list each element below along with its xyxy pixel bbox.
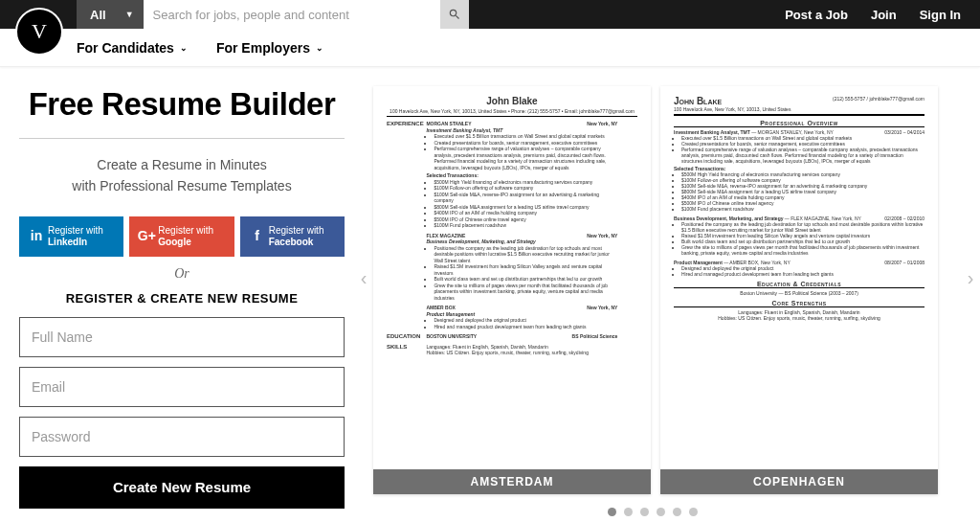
edu-line: Boston University — BS Political Science… bbox=[674, 290, 924, 296]
resume-name: John Blake bbox=[674, 96, 791, 106]
linkedin-l1: Register with bbox=[48, 225, 103, 237]
tagline-2: with Professional Resume Templates bbox=[19, 175, 345, 196]
d: $100M Fund placement roadshow bbox=[681, 206, 924, 212]
b: Performed comprehensive range of valuati… bbox=[434, 146, 617, 170]
main-content: Free Resume Builder Create a Resume in M… bbox=[0, 67, 980, 516]
template-card-copenhagen[interactable]: John Blake 100 Havelock Ave, New York, N… bbox=[660, 86, 938, 494]
r-email: johnblake777@gmail.com bbox=[869, 96, 924, 102]
j0d: 03/2010 – 04/2014 bbox=[884, 129, 924, 135]
template-preview: John Blake 100 Havelock Ave, New York, N… bbox=[373, 86, 651, 469]
category-label: All bbox=[90, 8, 106, 22]
nav-candidates-label: For Candidates bbox=[77, 40, 174, 56]
resume-contact: 100 Havelock Ave, New York, NY, 10013, U… bbox=[387, 108, 637, 117]
chevron-down-icon: ⌄ bbox=[180, 43, 188, 53]
sec-exp-body: MORGAN STANLEYNew York, NY Investment Ba… bbox=[426, 121, 617, 329]
carousel-dot[interactable] bbox=[689, 508, 698, 516]
sec-edu-cred: Education & Credentials bbox=[674, 281, 924, 288]
b: Hired and managed product development te… bbox=[434, 324, 617, 330]
tagline-1: Create a Resume in Minutes bbox=[19, 154, 345, 175]
social-buttons: in Register withLinkedIn G+ Register wit… bbox=[19, 216, 345, 257]
template-label: COPENHAGEN bbox=[660, 469, 938, 494]
search-box bbox=[144, 0, 469, 29]
chevron-down-icon: ⌄ bbox=[316, 43, 323, 53]
template-label: AMSTERDAM bbox=[373, 469, 651, 494]
google-icon: G+ bbox=[135, 228, 158, 244]
sec-exp: EXPERIENCE bbox=[387, 121, 425, 126]
template-carousel: ‹ › John Blake 100 Havelock Ave, New Yor… bbox=[373, 86, 980, 516]
b: Hired and managed product development te… bbox=[681, 271, 924, 277]
name-field[interactable] bbox=[19, 317, 345, 357]
b: Positioned the company as the leading jo… bbox=[681, 221, 924, 233]
b: Built world class team and set up distri… bbox=[434, 276, 617, 283]
nav-employers[interactable]: For Employers ⌄ bbox=[216, 40, 323, 56]
facebook-l2: Facebook bbox=[269, 237, 314, 247]
top-bar: All ▼ Post a Job Join Sign In bbox=[0, 0, 980, 29]
d: $100M Sell-side M&A, reverse-IPO assignm… bbox=[434, 192, 617, 204]
sec-edu: EDUCATION bbox=[387, 333, 425, 339]
job1-loc: New York, NY bbox=[587, 233, 617, 239]
search-button[interactable] bbox=[440, 0, 469, 29]
b: Grew the site to millions of pages views… bbox=[681, 244, 924, 256]
tagline: Create a Resume in Minutes with Professi… bbox=[19, 154, 345, 197]
google-button[interactable]: G+ Register withGoogle bbox=[129, 216, 234, 257]
j2d: 08/2007 – 01/2008 bbox=[884, 260, 924, 265]
sk-hob: Hobbies: US Citizen. Enjoy sports, music… bbox=[426, 350, 617, 356]
linkedin-l2: LinkedIn bbox=[48, 237, 87, 247]
create-resume-button[interactable]: Create New Resume bbox=[19, 466, 345, 509]
facebook-l1: Register with bbox=[269, 225, 324, 237]
search-input[interactable] bbox=[144, 0, 440, 29]
sec-overview: Professional Overview bbox=[674, 120, 924, 127]
carousel-dot[interactable] bbox=[640, 508, 649, 516]
job2-co: AMBER BOX bbox=[426, 305, 456, 310]
carousel-prev[interactable]: ‹ bbox=[354, 259, 373, 297]
resume-name: John Blake bbox=[387, 96, 637, 106]
edu-school: BOSTON UNIVERSITY bbox=[426, 333, 477, 339]
nav-row: V For Candidates ⌄ For Employers ⌄ bbox=[0, 29, 980, 67]
b: Positioned the company as the leading jo… bbox=[434, 245, 617, 264]
password-field[interactable] bbox=[19, 417, 345, 457]
nav-employers-label: For Employers bbox=[216, 40, 310, 56]
job2-loc: New York, NY bbox=[587, 305, 617, 311]
r-phone: (212) 555-5757 bbox=[833, 96, 865, 102]
edu-deg: BS Political Science bbox=[572, 333, 618, 340]
google-l1: Register with bbox=[158, 225, 213, 237]
logo-letter: V bbox=[32, 19, 47, 44]
carousel-dot[interactable] bbox=[608, 508, 616, 516]
job0-loc: New York, NY bbox=[587, 121, 617, 127]
facebook-icon: f bbox=[246, 228, 269, 244]
carousel-dot[interactable] bbox=[624, 508, 633, 516]
b: Grew the site to millions of pages views… bbox=[434, 283, 617, 302]
top-links: Post a Job Join Sign In bbox=[785, 8, 961, 22]
sign-in-link[interactable]: Sign In bbox=[920, 8, 961, 22]
job0-co: MORGAN STANLEY bbox=[426, 121, 471, 126]
linkedin-icon: in bbox=[25, 228, 48, 244]
email-field[interactable] bbox=[19, 367, 345, 407]
template-card-amsterdam[interactable]: John Blake 100 Havelock Ave, New York, N… bbox=[373, 86, 651, 494]
job1-co: FLEX MAGAZINE bbox=[426, 233, 465, 238]
logo[interactable]: V bbox=[15, 8, 63, 56]
facebook-button[interactable]: f Register withFacebook bbox=[240, 216, 345, 257]
templates-row: John Blake 100 Havelock Ave, New York, N… bbox=[373, 86, 961, 494]
b: Executed over $1.5 Billion transactions … bbox=[434, 133, 617, 140]
register-heading: REGISTER & CREATE NEW RESUME bbox=[19, 291, 345, 306]
carousel-dots bbox=[345, 508, 961, 516]
category-dropdown[interactable]: All ▼ bbox=[77, 0, 144, 29]
post-job-link[interactable]: Post a Job bbox=[785, 8, 848, 22]
b: Raised $1.5M investment from leading Sil… bbox=[434, 263, 617, 276]
or-divider: Or bbox=[19, 266, 345, 282]
nav-candidates[interactable]: For Candidates ⌄ bbox=[77, 40, 188, 56]
carousel-dot[interactable] bbox=[673, 508, 681, 516]
d: $100M Fund placement roadshow bbox=[434, 222, 617, 229]
skills-body: Languages: Fluent in English, Spanish, D… bbox=[426, 344, 617, 356]
carousel-dot[interactable] bbox=[657, 508, 665, 516]
edu-body: BOSTON UNIVERSITYBS Political Science bbox=[426, 333, 617, 340]
divider bbox=[19, 138, 345, 139]
join-link[interactable]: Join bbox=[871, 8, 897, 22]
google-l2: Google bbox=[158, 237, 190, 247]
linkedin-button[interactable]: in Register withLinkedIn bbox=[19, 216, 123, 257]
sec-core: Core Strengths bbox=[674, 300, 924, 307]
search-icon bbox=[448, 8, 461, 21]
carousel-next[interactable]: › bbox=[961, 259, 980, 297]
template-preview: John Blake 100 Havelock Ave, New York, N… bbox=[660, 86, 938, 469]
signup-panel: Free Resume Builder Create a Resume in M… bbox=[19, 86, 345, 516]
